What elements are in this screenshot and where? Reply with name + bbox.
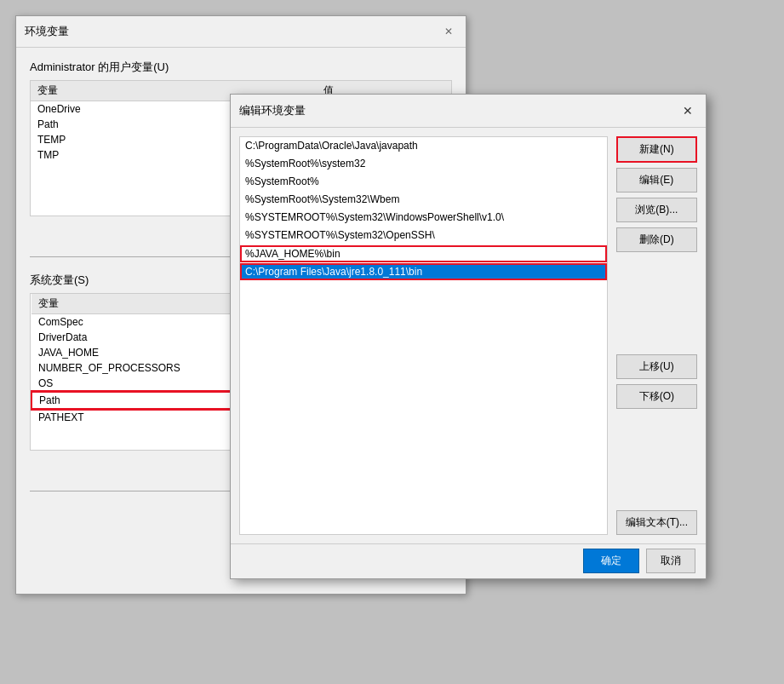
spacer bbox=[616, 257, 697, 349]
list-item-editing[interactable] bbox=[240, 263, 607, 280]
list-item[interactable]: %SystemRoot% bbox=[240, 173, 607, 191]
path-edit-input[interactable] bbox=[245, 266, 602, 278]
edit-dialog-ok-button[interactable]: 确定 bbox=[583, 549, 639, 573]
edit-dialog-buttons: 新建(N) 编辑(E) 浏览(B)... 删除(D) 上移(U) 下移(O) 编… bbox=[616, 136, 697, 535]
edit-dialog-body: C:\ProgramData\Oracle\Java\javapath %Sys… bbox=[231, 128, 706, 543]
list-item[interactable]: %SystemRoot%\system32 bbox=[240, 155, 607, 173]
path-delete-button[interactable]: 删除(D) bbox=[616, 227, 697, 252]
edit-dialog-title-bar: 编辑环境变量 ✕ bbox=[231, 95, 706, 128]
list-item[interactable]: %SystemRoot%\System32\Wbem bbox=[240, 191, 607, 209]
env-vars-title-bar: 环境变量 ✕ bbox=[16, 16, 466, 48]
edit-dialog-cancel-button[interactable]: 取消 bbox=[646, 549, 695, 573]
path-move-down-button[interactable]: 下移(O) bbox=[616, 384, 697, 409]
path-edit-text-button[interactable]: 编辑文本(T)... bbox=[616, 510, 697, 535]
list-item-java-home[interactable]: %JAVA_HOME%\bin bbox=[240, 245, 607, 262]
spacer-2 bbox=[616, 414, 697, 506]
env-vars-title: 环境变量 bbox=[25, 24, 69, 39]
edit-env-dialog: 编辑环境变量 ✕ C:\ProgramData\Oracle\Java\java… bbox=[230, 94, 707, 579]
list-item[interactable]: C:\ProgramData\Oracle\Java\javapath bbox=[240, 137, 607, 155]
list-item[interactable]: %SYSTEMROOT%\System32\WindowsPowerShell\… bbox=[240, 209, 607, 227]
path-edit-button[interactable]: 编辑(E) bbox=[616, 168, 697, 193]
path-move-up-button[interactable]: 上移(U) bbox=[616, 354, 697, 379]
env-vars-close-button[interactable]: ✕ bbox=[440, 23, 457, 40]
edit-dialog-title: 编辑环境变量 bbox=[239, 103, 306, 118]
path-list-container[interactable]: C:\ProgramData\Oracle\Java\javapath %Sys… bbox=[239, 136, 608, 535]
path-browse-button[interactable]: 浏览(B)... bbox=[616, 198, 697, 222]
user-vars-label: Administrator 的用户变量(U) bbox=[16, 48, 466, 80]
edit-dialog-bottom: 确定 取消 bbox=[231, 543, 706, 578]
path-new-button[interactable]: 新建(N) bbox=[616, 136, 697, 163]
edit-dialog-close-button[interactable]: ✕ bbox=[678, 101, 697, 120]
list-item[interactable]: %SYSTEMROOT%\System32\OpenSSH\ bbox=[240, 227, 607, 244]
